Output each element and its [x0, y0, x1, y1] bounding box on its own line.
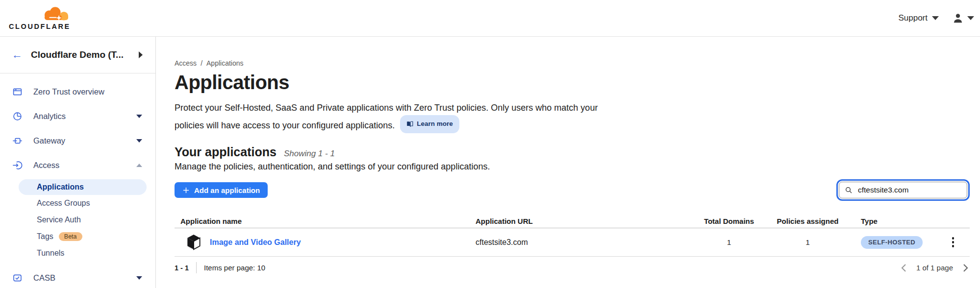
add-application-label: Add an application: [194, 186, 260, 194]
beta-badge: Beta: [59, 232, 82, 241]
sidebar-item-service-auth[interactable]: Service Auth: [0, 212, 155, 228]
chevron-up-icon: [136, 164, 142, 167]
sidebar-item-casb[interactable]: CASB: [0, 265, 155, 288]
showing-count: Showing 1 - 1: [284, 149, 335, 159]
type-badge: SELF-HOSTED: [861, 236, 923, 249]
sidebar-item-access[interactable]: Access: [0, 153, 155, 177]
header-application-url: Application URL: [476, 217, 702, 225]
application-url-value: cftestsite3.com: [476, 238, 702, 247]
user-menu[interactable]: [953, 13, 974, 24]
sidebar-item-gateway[interactable]: Gateway: [0, 128, 155, 153]
learn-more-badge[interactable]: Learn more: [400, 115, 459, 133]
sidebar-item-label: CASB: [33, 273, 55, 283]
chevron-down-icon: [136, 276, 142, 280]
items-per-page: Items per page: 10: [204, 264, 265, 272]
sidebar: ← Cloudflare Demo (T... Zero Trust overv…: [0, 37, 156, 288]
search-box: [839, 182, 967, 198]
sidebar-item-applications[interactable]: Applications: [19, 179, 147, 195]
pagination-range: 1 - 1: [175, 264, 189, 272]
chevron-right-icon: [962, 264, 969, 272]
access-login-icon: [12, 160, 23, 170]
cloudflare-cloud-icon: [39, 6, 73, 24]
learn-more-label: Learn more: [417, 117, 453, 131]
next-page-button[interactable]: [961, 263, 970, 273]
sidebar-item-label: Gateway: [33, 136, 65, 145]
table-row: Image and Video Gallery cftestsite3.com …: [175, 228, 970, 257]
page-description-text: Protect your Self-Hosted, SaaS and Priva…: [175, 103, 598, 130]
page-status: 1 of 1 page: [916, 264, 953, 272]
sidebar-item-tunnels[interactable]: Tunnels: [0, 245, 155, 262]
sidebar-item-label: Analytics: [33, 112, 66, 121]
section-subtitle: Manage the policies, authentication, and…: [175, 162, 970, 172]
plus-icon: [182, 187, 190, 194]
pagination: 1 - 1 Items per page: 10 1 of 1 page: [175, 262, 970, 273]
header-application-name: Application name: [175, 217, 476, 225]
sidebar-item-zero-trust-overview[interactable]: Zero Trust overview: [0, 79, 155, 104]
account-selector[interactable]: ← Cloudflare Demo (T...: [0, 37, 155, 73]
divider: [196, 262, 197, 273]
application-link[interactable]: Image and Video Gallery: [210, 238, 301, 247]
brand-wordmark: CLOUDFLARE: [9, 23, 75, 30]
table-header-row: Application name Application URL Total D…: [175, 214, 970, 228]
sidebar-item-label: Access: [33, 161, 59, 170]
chevron-down-icon: [932, 16, 939, 20]
casb-check-icon: [12, 273, 23, 283]
section-title: Your applications: [175, 145, 276, 159]
sidebar-item-label: Zero Trust overview: [33, 87, 104, 96]
gateway-icon: [12, 136, 23, 146]
user-icon: [953, 13, 963, 24]
breadcrumb-applications[interactable]: Applications: [206, 59, 244, 67]
total-domains-value: 1: [702, 238, 756, 247]
sidebar-item-label: Applications: [37, 183, 84, 192]
search-icon: [845, 186, 853, 194]
previous-page-button[interactable]: [900, 263, 908, 273]
breadcrumb: Access / Applications: [175, 59, 970, 67]
sidebar-item-tags[interactable]: Tags Beta: [0, 228, 155, 245]
back-arrow-icon[interactable]: ←: [12, 49, 23, 60]
add-application-button[interactable]: Add an application: [175, 182, 268, 198]
top-bar: CLOUDFLARE Support: [0, 0, 980, 37]
sidebar-item-analytics[interactable]: Analytics: [0, 104, 155, 128]
analytics-pie-icon: [12, 111, 23, 121]
policies-assigned-value: 1: [775, 238, 841, 247]
header-total-domains: Total Domains: [702, 217, 756, 225]
page-title: Applications: [175, 72, 970, 94]
sidebar-item-label: Service Auth: [37, 216, 81, 224]
breadcrumb-access[interactable]: Access: [175, 59, 197, 67]
sidebar-item-label: Access Groups: [37, 199, 90, 208]
main-content: Access / Applications Applications Prote…: [156, 37, 980, 288]
page-description: Protect your Self-Hosted, SaaS and Priva…: [175, 100, 606, 133]
support-menu[interactable]: Support: [898, 13, 939, 23]
book-icon: [406, 121, 413, 127]
breadcrumb-separator: /: [201, 59, 202, 67]
sidebar-item-label: Tags: [37, 232, 53, 241]
chevron-right-icon[interactable]: [139, 51, 143, 58]
chevron-down-icon: [136, 115, 142, 118]
header-type: Type: [861, 217, 936, 225]
cloudflare-logo: CLOUDFLARE: [9, 6, 75, 30]
account-name: Cloudflare Demo (T...: [31, 49, 139, 60]
sidebar-item-label: Tunnels: [37, 249, 64, 258]
application-cube-icon: [186, 234, 201, 250]
sidebar-item-access-groups[interactable]: Access Groups: [0, 195, 155, 212]
chevron-down-icon: [136, 139, 142, 143]
search-input[interactable]: [839, 182, 967, 198]
applications-table: Application name Application URL Total D…: [175, 214, 970, 257]
chevron-down-icon: [967, 16, 974, 20]
header-policies-assigned: Policies assigned: [775, 217, 841, 225]
support-label: Support: [898, 13, 928, 23]
chevron-left-icon: [901, 264, 907, 272]
overview-window-icon: [12, 87, 23, 97]
row-actions-kebab-icon[interactable]: [949, 234, 957, 250]
